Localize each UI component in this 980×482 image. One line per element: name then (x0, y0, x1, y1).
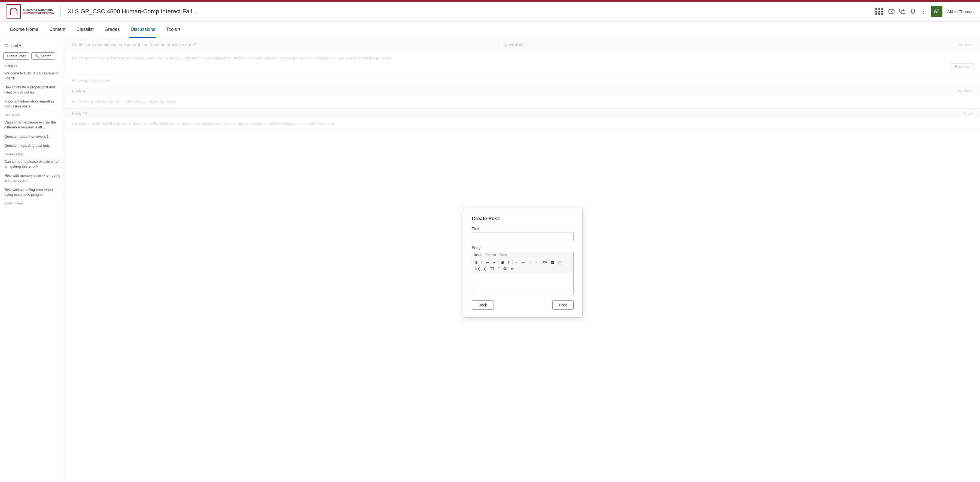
header: eLearning Commons UNIVERSITY OF GEORGIA … (0, 2, 980, 22)
align-justify-button[interactable]: ≡ (534, 260, 539, 265)
align-left-button[interactable]: ⇤ (485, 260, 490, 265)
indent-button[interactable]: ⋮ (527, 260, 533, 265)
image-button[interactable]: 🖼 (549, 260, 556, 265)
back-button[interactable]: Back (472, 300, 494, 310)
svg-point-3 (504, 267, 507, 270)
sidebar-item-error[interactable]: Can someone please explain why I am gett… (0, 157, 65, 171)
bell-icon (910, 8, 916, 14)
insert-menu[interactable]: Insert (474, 253, 482, 257)
sidebar-item-hw1[interactable]: Question about homework 1 (0, 132, 65, 141)
eye-icon (503, 267, 507, 270)
editor-toolbar: B I ⇤ ⇥ ⊟ ¶ ≡ ≡▾ ⋮ ≡ (472, 258, 573, 273)
nav-content[interactable]: Content (48, 22, 67, 38)
chevron-down-icon: ▾ (19, 44, 21, 48)
mail-icon-button[interactable] (888, 9, 894, 14)
logo-arch-icon (10, 8, 18, 15)
align-right-button[interactable]: ⇥ (491, 260, 497, 265)
two-weeks-label: 2 Weeks Ago (0, 150, 65, 157)
nav-course-home[interactable]: Course Home (9, 22, 40, 38)
help-button[interactable]: ⊙ (509, 266, 515, 271)
user-name: Abbie Thomas (947, 9, 974, 14)
logo-text: eLearning Commons UNIVERSITY OF GEORGIA (23, 8, 54, 15)
table-menu[interactable]: Table (499, 253, 507, 257)
code-button[interactable]: () (483, 266, 488, 271)
body-textarea[interactable] (472, 273, 573, 295)
sidebar-item-welcome[interactable]: Welcome to CSCI 4800 Discussion Board! (0, 69, 65, 83)
avatar: AT (931, 6, 942, 17)
bold-button[interactable]: B (474, 260, 479, 265)
quote-button[interactable]: " (496, 266, 501, 271)
textformat-button[interactable]: TT (488, 266, 496, 271)
paragraph-button[interactable]: ¶ (506, 260, 511, 265)
nav-classlist[interactable]: Classlist (75, 22, 94, 38)
logo-main-text: eLearning Commons (23, 8, 54, 12)
block-quote-button[interactable]: ⊟ (500, 260, 506, 265)
nav-tools[interactable]: Tools ▾ (165, 22, 182, 38)
svg-point-4 (505, 268, 506, 269)
svg-rect-2 (901, 11, 905, 14)
pinned-section-header: Pinned (0, 62, 65, 69)
header-icons: ⋮ AT Abbie Thomas (875, 6, 974, 17)
title-input[interactable] (472, 233, 574, 241)
mail-icon (888, 9, 894, 14)
formula-button[interactable]: f(x) (474, 266, 482, 271)
modal-actions: Back Post (472, 300, 574, 310)
grid-icon-button[interactable] (875, 8, 884, 15)
toolbar-sep-1 (498, 260, 498, 265)
nav-grades[interactable]: Grades (103, 22, 121, 38)
search-icon: 🔍 (35, 54, 39, 58)
more-options-button[interactable]: ⋮ (921, 8, 926, 15)
format-menu[interactable]: Format (486, 253, 496, 257)
bullet-list-button[interactable]: ≡ (514, 260, 519, 265)
link-icon (543, 260, 547, 264)
last-week-label: Last Week (0, 111, 65, 118)
editor-menubar: Insert Format Table (472, 252, 573, 258)
chat-icon-button[interactable] (899, 9, 905, 14)
sidebar-item-compile-error[interactable]: Help with compiling error when trying to… (0, 185, 65, 199)
body-editor: Insert Format Table B I ⇤ ⇥ ⊟ ¶ ≡ (472, 252, 574, 295)
main-layout: General ▾ Create Post 🔍 Search Pinned We… (0, 38, 980, 482)
nav: Course Home Content Classlist Grades Dis… (0, 22, 980, 38)
modal-overlay: Create Post: Title Body Insert Format Ta… (65, 38, 980, 482)
logo-box (6, 4, 21, 19)
create-post-modal: Create Post: Title Body Insert Format Ta… (463, 208, 582, 318)
sidebar-item-explain-diff[interactable]: Can someone please explain the differenc… (0, 118, 65, 132)
modal-title: Create Post: (472, 216, 574, 222)
sidebar-item-past-quiz[interactable]: Question regarding past quiz (0, 141, 65, 150)
create-post-button[interactable]: Create Post (3, 52, 29, 60)
month-label: A Month Ago (0, 199, 65, 206)
tools-dropdown-icon: ▾ (178, 26, 181, 32)
bell-icon-button[interactable] (910, 8, 916, 14)
sidebar-item-how-to[interactable]: How to create a proper post and what to … (0, 83, 65, 97)
course-title: XLS GP_CSCI4800 Human-Comp Interact Fall… (68, 8, 871, 15)
sidebar: General ▾ Create Post 🔍 Search Pinned We… (0, 38, 65, 482)
link-button[interactable] (541, 259, 549, 265)
header-divider (60, 6, 61, 17)
grid-icon (875, 8, 884, 15)
logo-area: eLearning Commons UNIVERSITY OF GEORGIA (6, 4, 54, 19)
italic-button[interactable]: I (480, 260, 484, 265)
media-button[interactable]: 📋 (556, 260, 563, 265)
numbered-list-button[interactable]: ≡▾ (519, 260, 526, 265)
sidebar-actions: Create Post 🔍 Search (0, 50, 65, 62)
sidebar-general-toggle[interactable]: General ▾ (0, 41, 65, 50)
body-label: Body (472, 246, 574, 250)
title-label: Title (472, 227, 574, 231)
post-button[interactable]: Post (552, 300, 574, 310)
sidebar-item-memory-error[interactable]: Help with memory error when trying to ru… (0, 171, 65, 185)
preview-button[interactable] (502, 266, 509, 271)
logo-sub-text: UNIVERSITY OF GEORGIA (23, 12, 54, 15)
content-area: Could someone please explain problem 3 o… (65, 38, 980, 482)
sidebar-item-important[interactable]: Important information regarding discussi… (0, 97, 65, 111)
search-button[interactable]: 🔍 Search (31, 52, 55, 60)
chat-icon (899, 9, 905, 14)
toolbar-sep-4 (565, 260, 565, 265)
nav-discussions[interactable]: Discussions (129, 22, 156, 38)
